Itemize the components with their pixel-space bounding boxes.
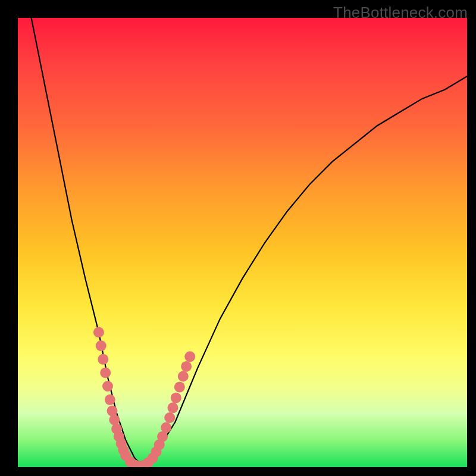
plot-area (18, 18, 467, 467)
marker-dot (181, 361, 192, 372)
marker-dot (161, 422, 171, 433)
marker-dot (184, 351, 195, 362)
marker-dot (93, 327, 104, 338)
curve-layer (18, 18, 467, 467)
marker-dot (98, 354, 108, 365)
bottleneck-curve (32, 18, 467, 467)
marker-dot (100, 368, 111, 378)
marker-dot (164, 412, 175, 423)
marker-dot (178, 371, 189, 382)
marker-dot (168, 402, 178, 413)
marker-dots (93, 327, 195, 468)
marker-dot (171, 393, 181, 403)
marker-dot (96, 340, 107, 351)
marker-dot (174, 382, 185, 393)
marker-dot (102, 381, 113, 392)
marker-dot (109, 415, 120, 425)
chart-frame: TheBottleneck.com (0, 0, 476, 476)
watermark-text: TheBottleneck.com (333, 4, 468, 22)
marker-dot (107, 406, 118, 416)
marker-dot (105, 394, 115, 405)
